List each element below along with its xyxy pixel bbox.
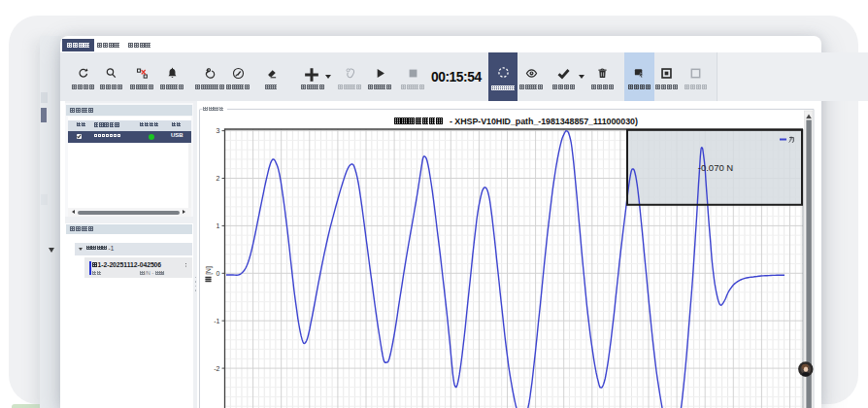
svg-text:-1: -1 (214, 318, 219, 324)
svg-text:-0.070 N: -0.070 N (698, 162, 734, 173)
svg-text:0: 0 (217, 270, 220, 277)
svg-text:-2: -2 (214, 365, 219, 372)
svg-text:3: 3 (217, 127, 220, 134)
svg-text:2: 2 (217, 175, 220, 182)
svg-text:1: 1 (217, 222, 220, 229)
